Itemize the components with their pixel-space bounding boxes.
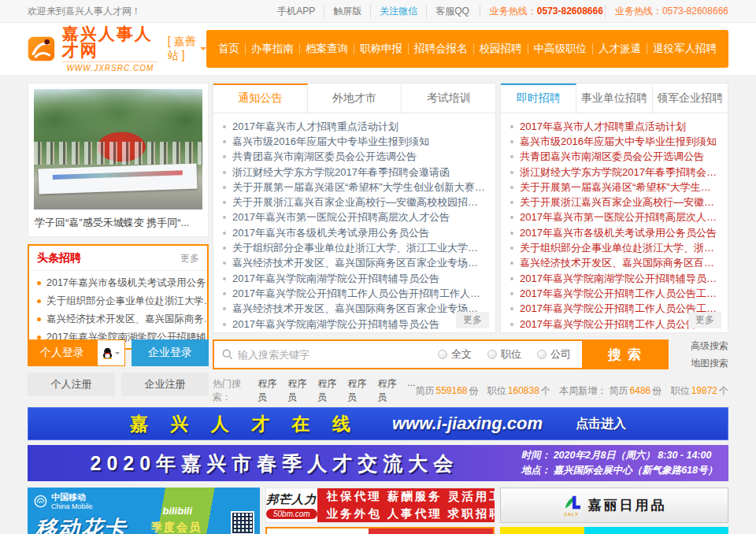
tab-exam-training[interactable]: 考试培训	[402, 83, 495, 113]
search-box: 全文职位公司 搜索	[213, 339, 669, 369]
featured-news-card[interactable]: 学子回“嘉”感受禾城蝶变 携手同“...	[28, 83, 209, 237]
hot-keyword[interactable]: 程序员	[377, 377, 400, 404]
personal-login-button[interactable]: 个人登录	[28, 339, 97, 366]
notice-item[interactable]: 嘉兴市级2016年应届大中专毕业生报到须知	[223, 134, 486, 149]
qq-login-dropdown[interactable]	[97, 339, 125, 366]
bangmang-services-line2: 业务外包 人事代理 求职招聘	[327, 506, 495, 522]
advanced-search-link[interactable]: 高级搜索	[678, 339, 728, 353]
job-item[interactable]: 2017年嘉兴学院公开招聘工作人员公告工作人员...	[510, 286, 718, 301]
bangmang-hr-ad[interactable]: 邦芒人力 50bm.com 社保代理 薪酬服务 灵活用工 业务外包 人事代理 求…	[265, 488, 495, 534]
radio-icon	[487, 350, 497, 359]
jobs-more-link[interactable]: 更多	[688, 312, 721, 328]
china-mobile-ad[interactable]: 中国移动China Mobile 移动花卡 bilibili 季度会员	[28, 488, 260, 534]
notice-more-link[interactable]: 更多	[456, 312, 489, 328]
tab-instant-jobs[interactable]: 即时招聘	[501, 83, 576, 113]
notice-item[interactable]: 2017年嘉兴市各级机关考试录用公务员公告	[223, 225, 486, 240]
hot-keywords: 程序员程序员程序员程序员程序员...	[258, 377, 415, 404]
notice-item[interactable]: 关于开展第一届嘉兴港区“希望杯”大学生创业创新大赛的通知	[223, 180, 486, 195]
notice-item[interactable]: 2017年嘉兴学院南湖学院公开招聘辅导员公告	[223, 317, 486, 332]
notice-item[interactable]: 2017年嘉兴市第一医院公开招聘高层次人才公告	[223, 210, 486, 225]
job-item[interactable]: 共青团嘉兴市南湖区委员会公开选调公告	[510, 150, 718, 165]
headline-box-title: 头条招聘	[37, 251, 180, 265]
job-item[interactable]: 2017年嘉兴学院公开招聘工作人员公告工作...	[510, 317, 718, 332]
job-item[interactable]: 关于开展第一届嘉兴港区“希望杯”大学生创业创...	[510, 180, 718, 195]
featured-news-photo[interactable]	[34, 89, 202, 210]
featured-news-caption[interactable]: 学子回“嘉”感受禾城蝶变 携手同“...	[34, 210, 202, 231]
notice-item[interactable]: 2017年嘉兴市人才招聘重点活动计划	[223, 119, 486, 134]
notice-item[interactable]: 嘉兴经济技术开发区、嘉兴国际商务区百家企业专场招聘会公告	[223, 302, 486, 317]
job-item[interactable]: 浙江财经大学东方学院2017年春季招聘会邀请函	[510, 165, 718, 180]
hot-keyword[interactable]: 程序员	[317, 377, 340, 404]
map-search-link[interactable]: 地图搜索	[678, 357, 728, 370]
topbar-link[interactable]: 手机APP	[269, 5, 324, 18]
notice-item[interactable]: 关于组织部分企事业单位赴浙江大学、浙江工业大学招聘人才的...	[223, 240, 486, 255]
notice-item[interactable]: 2017年嘉兴学院南湖学院公开招聘辅导员公告	[223, 271, 486, 286]
scope-radio[interactable]: 职位	[487, 347, 521, 362]
headline-item[interactable]: 2017年嘉兴市各级机关考试录用公务...	[29, 274, 207, 292]
job-item[interactable]: 嘉兴经济技术开发区、嘉兴国际商务区百家企业专...	[510, 256, 718, 271]
nav-item[interactable]: 人才派遣	[592, 43, 647, 54]
headline-item[interactable]: 关于组织部分企事业单位赴浙江大学...	[29, 292, 207, 310]
tab-notice[interactable]: 通知公告	[213, 83, 308, 113]
jiaxing-talent-online-banner[interactable]: 嘉 兴 人 才 在 线 www.i-jiaxing.com 点击进入	[28, 407, 728, 440]
headline-more-link[interactable]: 更多	[180, 252, 199, 265]
job-item[interactable]: 关于组织部分企事业单位赴浙江大学、浙江工业大...	[510, 240, 718, 255]
notice-item[interactable]: 2017年嘉兴学院公开招聘工作人员公告开招聘工作人员公告开...	[223, 286, 486, 301]
bullet-icon	[223, 307, 226, 310]
station-selector[interactable]: [ 嘉善站 ]	[168, 35, 206, 63]
nav-item[interactable]: 退役军人招聘	[647, 43, 722, 54]
notice-item[interactable]: 关于开展浙江嘉兴百家企业高校行—安徽高校校园招聘活动的通...	[223, 195, 486, 210]
topbar-link[interactable]: 客服QQ	[426, 5, 478, 18]
job-item[interactable]: 2017年嘉兴学院公开招聘工作人员公告工作人员...	[510, 302, 718, 317]
headline-recruit-box: 头条招聘 更多 2017年嘉兴市各级机关考试录用公务...关于组织部分企事业单位…	[28, 244, 209, 350]
nav-item[interactable]: 职称申报	[354, 43, 408, 54]
hot-keyword[interactable]: 程序员	[347, 377, 370, 404]
personal-register-button[interactable]: 个人注册	[28, 373, 115, 396]
job-item[interactable]: 关于开展浙江嘉兴百家企业高校行—安徽高校校园...	[510, 195, 718, 210]
tab-public-institution-jobs[interactable]: 事业单位招聘	[576, 83, 652, 113]
nav-item[interactable]: 中高级职位	[528, 43, 593, 54]
site-stats: 简历559168份 职位160838个 本周新增： 简历6486份 职位1987…	[415, 384, 728, 398]
job-item[interactable]: 2017年嘉兴市第一医院公开招聘高层次人才公告	[510, 210, 718, 225]
search-input[interactable]	[238, 341, 438, 368]
tab-other-markets[interactable]: 外地才市	[308, 83, 402, 113]
search-button[interactable]: 搜索	[582, 341, 667, 368]
bullet-icon	[510, 125, 513, 128]
nav-item[interactable]: 校园招聘	[473, 43, 528, 54]
topbar-link[interactable]: 关注微信	[370, 5, 426, 18]
main-nav: 首页办事指南档案查询职称申报招聘会报名校园招聘中高级职位人才派遣退役军人招聘	[206, 30, 728, 68]
banner2-info: 时间： 2020年2月8日（周六） 8:30 - 14:00 地点： 嘉兴国际会…	[521, 448, 717, 479]
hot-keyword[interactable]: 程序员	[258, 377, 280, 404]
bullet-icon	[223, 247, 226, 250]
tab-leading-enterprise-jobs[interactable]: 领军企业招聘	[653, 83, 728, 113]
job-item[interactable]: 2017年嘉兴市各级机关考试录用公务员公告	[510, 225, 718, 240]
topbar-link[interactable]: 触屏版	[324, 5, 370, 18]
site-logo[interactable]: 嘉兴人事人才网 WWW.JXRSRC.COM	[28, 25, 158, 72]
job-item[interactable]: 2017年嘉兴学院南湖学院公开招聘辅导员公告	[510, 271, 718, 286]
nav-item[interactable]: 首页	[213, 43, 245, 54]
job-item[interactable]: 嘉兴市级2016年应届大中专毕业生报到须知	[510, 134, 718, 149]
nav-item[interactable]: 招聘会报名	[408, 43, 473, 54]
spring-job-fair-banner[interactable]: 2020年嘉兴市春季人才交流大会 时间： 2020年2月8日（周六） 8:30 …	[28, 445, 728, 481]
hot-keyword[interactable]: ...	[407, 377, 415, 404]
notice-panel: 通知公告 外地才市 考试培训 2017年嘉兴市人才招聘重点活动计划嘉兴市级201…	[213, 83, 496, 333]
company-register-button[interactable]: 企业注册	[121, 373, 209, 396]
bangmang-services-line1: 社保代理 薪酬服务 灵活用工	[327, 488, 495, 505]
hot-keyword[interactable]: 程序员	[287, 377, 310, 404]
search-icon	[214, 349, 238, 360]
nav-item[interactable]: 办事指南	[245, 43, 299, 54]
bullet-icon	[37, 299, 41, 303]
notice-item[interactable]: 共青团嘉兴市南湖区委员会公开选调公告	[223, 150, 486, 165]
scope-radio[interactable]: 公司	[537, 347, 571, 362]
jaly-ad[interactable]: JALY 嘉丽日用品	[500, 488, 728, 534]
photo-banner	[39, 163, 198, 194]
nav-item[interactable]: 档案查询	[299, 43, 354, 54]
company-login-button[interactable]: 企业登录	[132, 339, 209, 366]
hot-search-row: 热门搜索： 程序员程序员程序员程序员程序员... 简历559168份 职位160…	[213, 377, 728, 404]
bangmang-brand: 邦芒人力	[266, 492, 317, 507]
headline-item[interactable]: 嘉兴经济技术开发区、嘉兴国际商务...	[29, 310, 207, 328]
notice-item[interactable]: 嘉兴经济技术开发区、嘉兴国际商务区百家企业专场招聘会公告	[223, 256, 486, 271]
job-item[interactable]: 2017年嘉兴市人才招聘重点活动计划	[510, 119, 718, 134]
scope-radio[interactable]: 全文	[438, 347, 472, 362]
notice-item[interactable]: 浙江财经大学东方学院2017年春季招聘会邀请函	[223, 165, 486, 180]
